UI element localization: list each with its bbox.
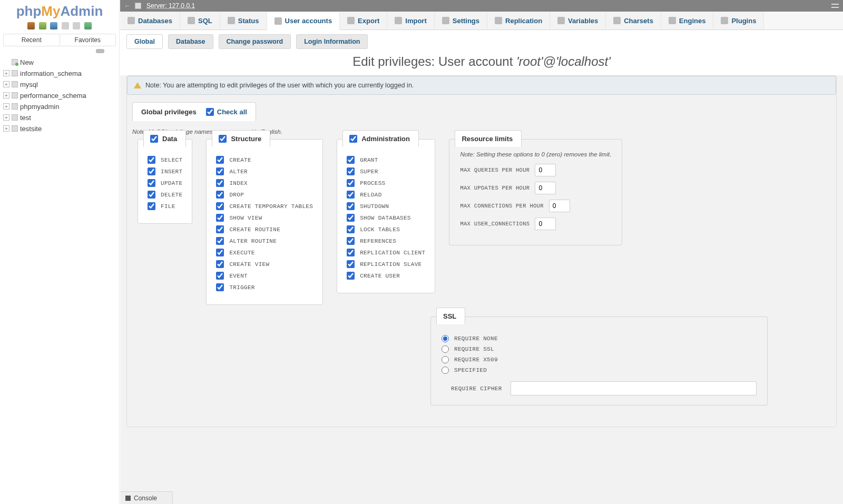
priv-checkbox[interactable] <box>347 260 355 268</box>
group-structure-legend[interactable]: Structure <box>212 130 270 147</box>
server-label[interactable]: Server: 127.0.0.1 <box>146 2 195 9</box>
ssl-require-ssl[interactable]: REQUIRE SSL <box>442 345 757 353</box>
subtab-login-information[interactable]: Login Information <box>296 34 368 49</box>
priv-checkbox[interactable] <box>216 179 224 187</box>
priv-create-user[interactable]: CREATE USER <box>347 272 425 280</box>
back-arrow[interactable]: ← <box>124 2 131 9</box>
priv-execute[interactable]: EXECUTE <box>216 249 313 256</box>
priv-checkbox[interactable] <box>148 202 155 210</box>
priv-checkbox[interactable] <box>216 167 224 175</box>
priv-checkbox[interactable] <box>216 249 224 256</box>
nav-settings[interactable]: Settings <box>435 12 487 29</box>
priv-trigger[interactable]: TRIGGER <box>216 283 313 291</box>
priv-checkbox[interactable] <box>347 191 355 199</box>
ssl-radio[interactable] <box>442 367 449 374</box>
priv-checkbox[interactable] <box>148 156 155 164</box>
ssl-require-none[interactable]: REQUIRE NONE <box>442 335 757 342</box>
home-icon[interactable] <box>27 22 35 29</box>
priv-checkbox[interactable] <box>347 202 355 210</box>
priv-alter-routine[interactable]: ALTER ROUTINE <box>216 237 313 245</box>
priv-create[interactable]: CREATE <box>216 156 313 164</box>
nav-plugins[interactable]: Plugins <box>713 12 764 29</box>
group-administration-checkbox[interactable] <box>349 135 357 143</box>
priv-drop[interactable]: DROP <box>216 191 313 199</box>
refresh-icon[interactable] <box>84 22 92 29</box>
subtab-database[interactable]: Database <box>168 34 213 49</box>
priv-checkbox[interactable] <box>216 237 224 245</box>
nav-variables[interactable]: Variables <box>550 12 606 29</box>
res-input[interactable] <box>549 200 570 212</box>
navpanel-settings-icon[interactable] <box>62 22 69 29</box>
expand-icon[interactable]: + <box>3 92 9 98</box>
priv-grant[interactable]: GRANT <box>347 156 425 164</box>
expand-icon[interactable]: + <box>3 103 9 110</box>
tree-db-performance_schema[interactable]: +performance_schema <box>3 90 119 101</box>
priv-checkbox[interactable] <box>347 272 355 280</box>
group-administration-legend[interactable]: Administration <box>342 130 419 147</box>
priv-checkbox[interactable] <box>216 260 224 268</box>
tree-db-testsite[interactable]: +testsite <box>3 123 119 134</box>
priv-checkbox[interactable] <box>347 237 355 245</box>
tree-db-mysql[interactable]: +mysql <box>3 79 119 90</box>
priv-checkbox[interactable] <box>216 272 224 280</box>
priv-show-view[interactable]: SHOW VIEW <box>216 214 313 222</box>
ssl-radio[interactable] <box>442 335 449 342</box>
priv-checkbox[interactable] <box>216 225 224 233</box>
subtab-global[interactable]: Global <box>126 34 163 49</box>
priv-file[interactable]: FILE <box>148 202 182 210</box>
res-input[interactable] <box>535 218 556 230</box>
priv-create-view[interactable]: CREATE VIEW <box>216 260 313 268</box>
tree-db-phpmyadmin[interactable]: +phpmyadmin <box>3 101 119 112</box>
expand-icon[interactable]: + <box>3 125 9 132</box>
priv-update[interactable]: UPDATE <box>148 179 182 187</box>
priv-super[interactable]: SUPER <box>347 167 425 175</box>
collapse-icon[interactable] <box>831 4 839 8</box>
priv-checkbox[interactable] <box>216 191 224 199</box>
group-structure-checkbox[interactable] <box>219 135 227 143</box>
res-input[interactable] <box>535 182 556 194</box>
priv-checkbox[interactable] <box>216 156 224 164</box>
priv-select[interactable]: SELECT <box>148 156 182 164</box>
priv-checkbox[interactable] <box>216 283 224 291</box>
console-toggle[interactable]: Console <box>120 491 173 504</box>
priv-event[interactable]: EVENT <box>216 272 313 280</box>
priv-create-routine[interactable]: CREATE ROUTINE <box>216 225 313 233</box>
nav-charsets[interactable]: Charsets <box>606 12 661 29</box>
docs-icon[interactable] <box>50 22 57 29</box>
priv-index[interactable]: INDEX <box>216 179 313 187</box>
priv-lock-tables[interactable]: LOCK TABLES <box>347 225 425 233</box>
subtab-change-password[interactable]: Change password <box>219 34 291 49</box>
nav-sql[interactable]: SQL <box>180 12 220 29</box>
ssl-radio[interactable] <box>442 356 449 363</box>
group-data-checkbox[interactable] <box>150 135 158 143</box>
nav-databases[interactable]: Databases <box>120 12 180 29</box>
priv-checkbox[interactable] <box>148 191 155 199</box>
priv-checkbox[interactable] <box>148 179 155 187</box>
expand-icon[interactable]: + <box>3 70 9 76</box>
tree-new[interactable]: New <box>3 57 119 68</box>
ssl-require-x509[interactable]: REQUIRE X509 <box>442 356 757 363</box>
priv-create-temporary-tables[interactable]: CREATE TEMPORARY TABLES <box>216 202 313 210</box>
ssl-radio[interactable] <box>442 345 449 353</box>
tree-db-information_schema[interactable]: +information_schema <box>3 68 119 79</box>
priv-checkbox[interactable] <box>148 167 155 175</box>
tab-favorites[interactable]: Favorites <box>60 34 116 46</box>
nav-replication[interactable]: Replication <box>487 12 550 29</box>
nav-import[interactable]: Import <box>387 12 434 29</box>
priv-checkbox[interactable] <box>347 225 355 233</box>
tab-recent[interactable]: Recent <box>4 34 60 46</box>
check-all-checkbox[interactable] <box>206 108 214 116</box>
priv-checkbox[interactable] <box>216 202 224 210</box>
priv-checkbox[interactable] <box>216 214 224 222</box>
priv-checkbox[interactable] <box>347 179 355 187</box>
check-all[interactable]: Check all <box>206 108 247 116</box>
nav-engines[interactable]: Engines <box>661 12 714 29</box>
logout-icon[interactable] <box>39 22 46 29</box>
priv-process[interactable]: PROCESS <box>347 179 425 187</box>
priv-checkbox[interactable] <box>347 214 355 222</box>
ssl-specified[interactable]: SPECIFIED <box>442 367 757 374</box>
priv-insert[interactable]: INSERT <box>148 167 182 175</box>
nav-user-accounts[interactable]: User accounts <box>267 12 340 30</box>
priv-replication-client[interactable]: REPLICATION CLIENT <box>347 249 425 256</box>
priv-alter[interactable]: ALTER <box>216 167 313 175</box>
